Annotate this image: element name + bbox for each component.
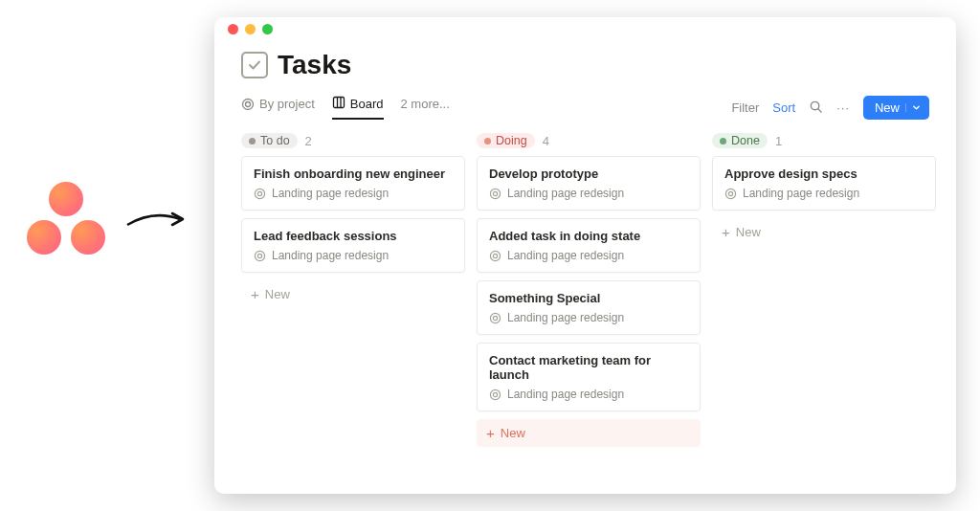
card-title: Added task in doing state: [489, 229, 688, 243]
svg-point-12: [493, 191, 497, 195]
new-button-label: New: [875, 100, 900, 115]
more-icon[interactable]: ···: [836, 100, 850, 115]
card-project[interactable]: Landing page redesign: [489, 388, 688, 401]
target-icon: [254, 250, 266, 262]
window-titlebar: [214, 17, 956, 40]
svg-point-17: [490, 389, 500, 399]
new-task-label: New: [736, 225, 761, 239]
view-label: By project: [259, 97, 315, 111]
column-header[interactable]: Doing4: [477, 133, 701, 148]
svg-point-1: [246, 101, 251, 106]
new-button[interactable]: New: [863, 96, 929, 120]
svg-point-14: [493, 254, 497, 257]
card-project[interactable]: Landing page redesign: [489, 311, 688, 324]
card-project-label: Landing page redesign: [272, 187, 389, 200]
target-icon: [489, 389, 501, 401]
status-badge[interactable]: Done: [712, 133, 768, 148]
svg-point-7: [255, 189, 264, 198]
kanban-board: To do2Finish onboarding new engineerLand…: [241, 133, 929, 447]
column-count: 4: [543, 134, 549, 148]
column-header[interactable]: To do2: [241, 133, 465, 148]
view-label: Board: [350, 97, 384, 111]
app-window: Tasks By project Board 2 more... Filter …: [214, 17, 956, 494]
task-card[interactable]: Contact marketing team for launchLanding…: [477, 343, 701, 411]
plus-icon: +: [251, 286, 259, 302]
svg-point-9: [255, 251, 264, 260]
board-icon: [332, 96, 345, 112]
window-zoom-icon[interactable]: [262, 24, 273, 34]
column-count: 1: [775, 134, 782, 148]
svg-point-16: [493, 316, 497, 320]
svg-point-11: [490, 189, 500, 198]
task-card[interactable]: Something SpecialLanding page redesign: [477, 280, 701, 335]
page-title: Tasks: [278, 50, 351, 80]
search-icon[interactable]: [809, 100, 823, 117]
card-project-label: Landing page redesign: [507, 311, 624, 324]
task-card[interactable]: Approve design specsLanding page redesig…: [712, 156, 936, 211]
svg-point-10: [257, 254, 261, 257]
plus-icon: +: [486, 425, 495, 441]
task-card[interactable]: Lead feedback sessionsLanding page redes…: [241, 218, 465, 273]
card-project[interactable]: Landing page redesign: [254, 187, 453, 200]
column-label: Done: [731, 134, 760, 147]
target-icon: [489, 250, 501, 262]
arrow-icon: [124, 206, 193, 234]
chevron-down-icon[interactable]: [905, 103, 921, 112]
task-card[interactable]: Added task in doing stateLanding page re…: [477, 218, 701, 273]
new-task-button[interactable]: +New: [477, 419, 701, 447]
card-title: Something Special: [489, 291, 688, 305]
card-project[interactable]: Landing page redesign: [724, 187, 924, 200]
view-label: 2 more...: [401, 97, 450, 111]
view-by-project[interactable]: By project: [241, 97, 315, 119]
svg-point-18: [493, 392, 497, 396]
tasks-check-icon: [241, 52, 268, 78]
card-title: Approve design specs: [724, 167, 924, 181]
svg-point-15: [490, 313, 500, 322]
card-title: Develop prototype: [489, 167, 688, 181]
target-icon: [724, 188, 737, 200]
card-project[interactable]: Landing page redesign: [489, 187, 688, 200]
card-project[interactable]: Landing page redesign: [489, 249, 688, 262]
view-board[interactable]: Board: [332, 96, 384, 120]
column-doing: Doing4Develop prototypeLanding page rede…: [477, 133, 701, 447]
task-card[interactable]: Finish onboarding new engineerLanding pa…: [241, 156, 465, 211]
svg-point-13: [490, 251, 500, 260]
new-task-button[interactable]: +New: [712, 218, 936, 246]
status-badge[interactable]: Doing: [477, 133, 535, 148]
card-title: Finish onboarding new engineer: [254, 167, 453, 181]
status-dot-icon: [484, 138, 491, 144]
svg-point-20: [728, 191, 732, 195]
card-project-label: Landing page redesign: [507, 249, 624, 262]
svg-point-19: [725, 189, 735, 198]
column-header[interactable]: Done1: [712, 133, 936, 148]
status-badge[interactable]: To do: [241, 133, 298, 148]
card-title: Lead feedback sessions: [254, 229, 453, 243]
new-task-button[interactable]: +New: [241, 280, 465, 308]
window-minimize-icon[interactable]: [245, 24, 256, 34]
column-label: Doing: [496, 134, 527, 147]
window-close-icon[interactable]: [228, 24, 238, 34]
card-project[interactable]: Landing page redesign: [254, 249, 453, 262]
asana-logo: [27, 182, 105, 260]
column-count: 2: [305, 134, 312, 148]
card-project-label: Landing page redesign: [743, 187, 859, 200]
new-task-label: New: [501, 426, 525, 440]
card-project-label: Landing page redesign: [272, 249, 389, 262]
sort-button[interactable]: Sort: [772, 100, 795, 115]
column-done: Done1Approve design specsLanding page re…: [712, 133, 936, 447]
target-icon: [489, 312, 501, 324]
svg-line-6: [818, 108, 821, 111]
svg-point-8: [257, 191, 261, 195]
card-project-label: Landing page redesign: [507, 388, 624, 401]
view-more[interactable]: 2 more...: [401, 97, 450, 119]
plus-icon: +: [722, 224, 730, 240]
filter-button[interactable]: Filter: [731, 100, 759, 115]
card-title: Contact marketing team for launch: [489, 353, 688, 382]
column-todo: To do2Finish onboarding new engineerLand…: [241, 133, 465, 447]
status-dot-icon: [249, 138, 256, 144]
target-icon: [241, 98, 255, 111]
target-icon: [254, 188, 266, 200]
status-dot-icon: [720, 138, 726, 144]
new-task-label: New: [265, 287, 290, 301]
task-card[interactable]: Develop prototypeLanding page redesign: [477, 156, 701, 211]
